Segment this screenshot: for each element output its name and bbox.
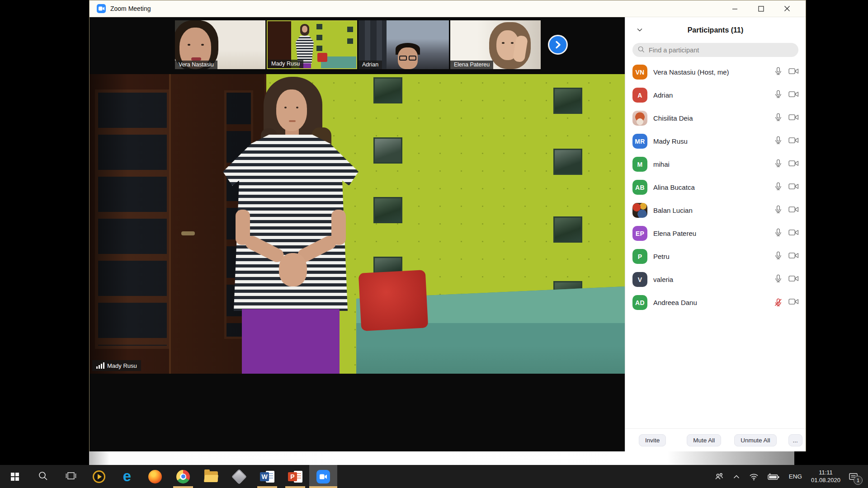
thumb-scene	[511, 42, 514, 44]
mic-icon[interactable]	[774, 274, 783, 285]
participant-row[interactable]: Chisilita Deia	[625, 107, 806, 130]
participant-name: Balan Lucian	[653, 206, 774, 214]
windows-taskbar: e W P	[0, 465, 868, 488]
mic-icon[interactable]	[774, 113, 783, 123]
camera-icon[interactable]	[788, 160, 799, 169]
participant-row[interactable]: AB Alina Bucatca	[625, 176, 806, 199]
battery-charging-icon	[768, 473, 779, 481]
search-icon	[38, 471, 48, 483]
video-thumbnail-elena[interactable]: Elena Patereu	[450, 20, 541, 69]
zoom-meeting-window: Zoom Meeting	[89, 0, 806, 451]
taskbar-app-edge[interactable]: e	[113, 465, 141, 488]
invite-button[interactable]: Invite	[639, 434, 666, 446]
taskbar-search-button[interactable]	[29, 465, 57, 488]
camera-icon[interactable]	[788, 206, 799, 215]
thumb-scene	[317, 53, 327, 62]
action-center-button[interactable]: 1	[844, 465, 864, 488]
participant-row[interactable]: P Petru	[625, 245, 806, 268]
mic-icon[interactable]	[774, 136, 783, 146]
minimize-button[interactable]	[722, 0, 748, 17]
wall-niche	[553, 88, 582, 114]
taskbar-app-chrome[interactable]	[169, 465, 197, 488]
girl-hands	[279, 253, 307, 286]
participant-row[interactable]: M mihai	[625, 153, 806, 176]
mic-icon[interactable]	[774, 251, 783, 262]
next-videos-button[interactable]	[548, 35, 568, 55]
taskbar-app-archiver[interactable]	[225, 465, 253, 488]
camera-icon[interactable]	[788, 298, 799, 307]
mic-icon[interactable]	[774, 159, 783, 169]
show-hidden-icons-button[interactable]	[728, 465, 745, 488]
main-speaker-video: Mady Rusu	[90, 74, 625, 374]
signal-bars-icon	[96, 362, 104, 369]
camera-icon[interactable]	[788, 229, 799, 238]
mic-icon[interactable]	[774, 90, 783, 100]
battery-tray-button[interactable]	[763, 465, 784, 488]
participant-row[interactable]: Balan Lucian	[625, 199, 806, 222]
taskbar-app-aimp[interactable]	[85, 465, 113, 488]
window-title: Zoom Meeting	[110, 5, 151, 12]
wall-niche	[373, 77, 402, 103]
mic-icon[interactable]	[774, 182, 783, 192]
mute-all-button[interactable]: Mute All	[687, 434, 721, 446]
task-view-button[interactable]	[57, 465, 85, 488]
participant-row[interactable]: EP Elena Patereu	[625, 222, 806, 245]
word-icon: W	[260, 470, 274, 483]
video-thumbnail-vera[interactable]: Vera Nastasiu	[175, 20, 265, 69]
avatar: EP	[632, 226, 647, 241]
powerpoint-icon: P	[288, 470, 302, 483]
mic-icon[interactable]	[774, 298, 783, 307]
camera-icon[interactable]	[788, 67, 799, 77]
more-options-button[interactable]: ...	[788, 434, 802, 446]
taskbar-app-word[interactable]: W	[253, 465, 281, 488]
wifi-tray-button[interactable]	[745, 465, 763, 488]
clock[interactable]: 11:11 01.08.2020	[807, 465, 844, 488]
collapse-panel-chevron-icon[interactable]	[636, 26, 643, 35]
video-thumbnail-mady[interactable]: Mady Rusu	[267, 20, 357, 69]
camera-icon[interactable]	[788, 252, 799, 261]
thumb-scene	[191, 57, 201, 61]
mic-icon[interactable]	[774, 67, 783, 77]
participant-name: mihai	[653, 160, 774, 168]
participant-row[interactable]: VN Vera Nastasiu (Host, me)	[625, 61, 806, 84]
unmute-all-button[interactable]: Unmute All	[734, 434, 776, 446]
participant-name: Chisilita Deia	[653, 114, 774, 122]
search-input[interactable]	[648, 46, 793, 54]
camera-icon[interactable]	[788, 90, 799, 100]
avatar	[632, 111, 647, 126]
window-titlebar[interactable]: Zoom Meeting	[90, 0, 806, 17]
thumb-scene	[201, 44, 204, 46]
participant-row[interactable]: A Adrian	[625, 84, 806, 107]
taskbar-app-zoom[interactable]	[309, 465, 337, 488]
people-tray-button[interactable]	[710, 465, 728, 488]
camera-icon[interactable]	[788, 183, 799, 192]
participant-row[interactable]: MR Mady Rusu	[625, 130, 806, 153]
camera-icon[interactable]	[788, 136, 799, 146]
avatar: V	[632, 272, 647, 287]
taskbar-app-powerpoint[interactable]: P	[281, 465, 309, 488]
close-button[interactable]	[774, 0, 800, 17]
mic-icon[interactable]	[774, 228, 783, 239]
avatar: P	[632, 249, 647, 264]
wall-niche	[373, 197, 402, 223]
participant-row[interactable]: AD Andreea Danu	[625, 291, 806, 314]
chrome-icon	[176, 470, 190, 483]
thumb-scene	[347, 38, 353, 44]
thumb-scene	[188, 44, 190, 46]
mic-icon[interactable]	[774, 205, 783, 216]
maximize-button[interactable]	[748, 0, 774, 17]
camera-icon[interactable]	[788, 113, 799, 123]
girl-eye	[296, 107, 298, 108]
participant-search-box[interactable]	[632, 43, 798, 57]
participants-footer: Invite Mute All Unmute All ...	[625, 428, 806, 451]
taskbar-app-file-explorer[interactable]	[197, 465, 225, 488]
start-button[interactable]	[1, 465, 29, 488]
taskbar-app-firefox[interactable]	[141, 465, 169, 488]
participant-row[interactable]: V valeria	[625, 268, 806, 291]
red-pillow	[359, 270, 428, 331]
camera-icon[interactable]	[788, 275, 799, 284]
video-thumbnail-adrian[interactable]: Adrian	[359, 20, 449, 69]
wifi-icon	[749, 473, 759, 481]
aimp-icon	[93, 470, 105, 483]
language-indicator[interactable]: ENG	[784, 465, 807, 488]
